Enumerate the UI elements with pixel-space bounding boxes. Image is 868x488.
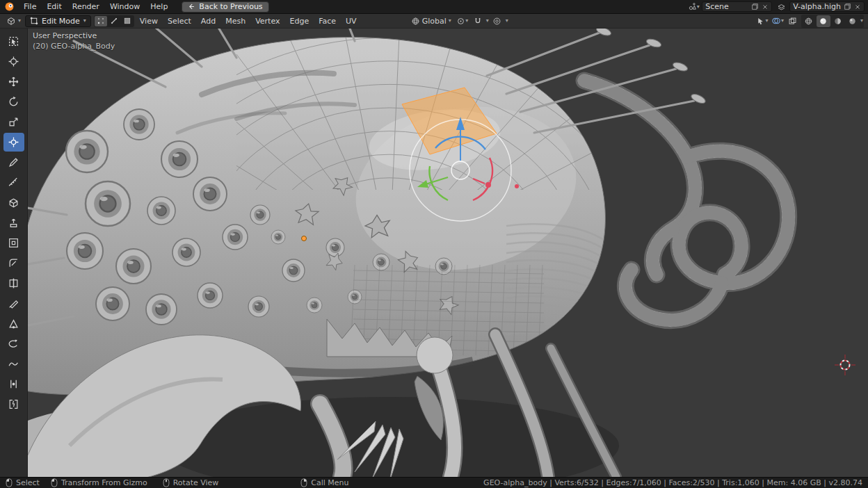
bevel-icon bbox=[8, 257, 19, 269]
unlink-scene-icon[interactable] bbox=[762, 3, 769, 10]
viewport[interactable]: User Perspective (20) GEO-alpha_Body bbox=[28, 29, 868, 477]
edit-mode-icon bbox=[30, 17, 38, 25]
shading-rendered-button[interactable] bbox=[846, 15, 860, 27]
tool-scale[interactable] bbox=[3, 113, 24, 131]
tool-add-cube[interactable] bbox=[3, 193, 24, 212]
mode-label: Edit Mode bbox=[42, 17, 80, 26]
tool-measure[interactable] bbox=[3, 173, 24, 192]
tool-edge-slide[interactable] bbox=[3, 375, 24, 393]
copy-view-layer-icon[interactable] bbox=[844, 3, 851, 10]
tool-spin[interactable] bbox=[3, 334, 24, 353]
viewport-canvas[interactable] bbox=[28, 29, 868, 477]
tool-bevel[interactable] bbox=[3, 254, 24, 273]
menu-view3d-uv[interactable]: UV bbox=[341, 15, 361, 27]
tool-inset-faces[interactable] bbox=[3, 234, 24, 252]
view-layer-icon bbox=[777, 2, 786, 11]
snap-dropdown-caret[interactable]: ▾ bbox=[486, 18, 489, 24]
menu-view3d-add[interactable]: Add bbox=[197, 15, 220, 27]
spin-icon bbox=[8, 338, 19, 350]
annotate-icon bbox=[8, 156, 19, 168]
remove-view-layer-icon[interactable] bbox=[854, 3, 861, 10]
view-layer-name: V-alpha.high bbox=[793, 2, 841, 11]
tool-select-box[interactable] bbox=[3, 32, 24, 51]
scene-statistics: GEO-alpha_body | Verts:6/532 | Edges:7/1… bbox=[483, 478, 862, 487]
scene-name-field[interactable]: Scene bbox=[702, 1, 772, 12]
menu-edit[interactable]: Edit bbox=[42, 1, 66, 13]
snap-toggle[interactable] bbox=[471, 15, 485, 27]
overlays-caret: ▾ bbox=[781, 18, 784, 24]
tool-extrude-region[interactable] bbox=[3, 213, 24, 232]
face-select-button[interactable] bbox=[121, 16, 134, 26]
gizmo-dropdown[interactable]: ▾ bbox=[755, 15, 769, 27]
inset-faces-icon bbox=[8, 237, 19, 249]
shading-wireframe-button[interactable] bbox=[802, 15, 816, 27]
viewport-header: ▾ Edit Mode ▾ View Select Add Mesh Verte… bbox=[0, 14, 868, 29]
menu-render[interactable]: Render bbox=[67, 1, 104, 13]
menu-window[interactable]: Window bbox=[105, 1, 145, 13]
menu-view3d-vertex[interactable]: Vertex bbox=[251, 15, 284, 27]
view-layer-selector: V-alpha.high bbox=[774, 1, 865, 13]
menu-help[interactable]: Help bbox=[145, 1, 172, 13]
pivot-point-dropdown[interactable]: ▾ bbox=[456, 15, 469, 27]
xray-toggle[interactable] bbox=[786, 15, 800, 27]
tool-rotate[interactable] bbox=[3, 92, 24, 111]
select-box-icon bbox=[8, 35, 19, 47]
select-mode-buttons bbox=[94, 15, 134, 27]
menu-view3d-view[interactable]: View bbox=[136, 15, 162, 27]
view-layer-name-field[interactable]: V-alpha.high bbox=[789, 1, 865, 12]
vertex-select-button[interactable] bbox=[95, 16, 107, 26]
tool-poly-build[interactable] bbox=[3, 314, 24, 333]
menu-view3d-edge[interactable]: Edge bbox=[285, 15, 313, 27]
shading-mode-group: ▾ bbox=[801, 15, 864, 28]
solid-shading-icon bbox=[819, 17, 828, 26]
gizmo-x-handle[interactable] bbox=[485, 182, 491, 188]
tool-smooth[interactable] bbox=[3, 355, 24, 373]
back-to-previous-button[interactable]: Back to Previous bbox=[182, 1, 268, 13]
shading-dropdown-caret[interactable]: ▾ bbox=[860, 18, 863, 24]
left-mouse-drag-icon bbox=[51, 478, 58, 487]
editor-type-button[interactable]: ▾ bbox=[3, 15, 24, 26]
menu-view3d-face[interactable]: Face bbox=[314, 15, 340, 27]
view-layer-browse-button[interactable] bbox=[774, 1, 788, 13]
shading-solid-button[interactable] bbox=[817, 15, 830, 27]
tool-cursor[interactable] bbox=[3, 52, 24, 71]
pivot-point-icon bbox=[456, 17, 465, 26]
overlays-dropdown[interactable]: ▾ bbox=[771, 15, 785, 27]
view-perspective-label: User Perspective bbox=[33, 31, 115, 41]
proportional-dropdown-caret[interactable]: ▾ bbox=[506, 18, 508, 24]
tool-transform[interactable] bbox=[3, 133, 24, 152]
topbar: File Edit Render Window Help Back to Pre… bbox=[0, 0, 868, 14]
orientation-caret: ▾ bbox=[449, 18, 451, 24]
rip-region-icon bbox=[8, 398, 19, 410]
blender-logo[interactable] bbox=[4, 1, 15, 13]
hint-select: Select bbox=[6, 478, 40, 487]
hint-select-label: Select bbox=[16, 478, 40, 487]
scene-icon bbox=[688, 2, 697, 11]
tool-rip-region[interactable] bbox=[3, 395, 24, 414]
measure-icon bbox=[8, 177, 19, 188]
tool-knife[interactable] bbox=[3, 294, 24, 313]
edge-select-button[interactable] bbox=[108, 16, 120, 26]
menu-view3d-select[interactable]: Select bbox=[163, 15, 195, 27]
proportional-edit-icon bbox=[492, 17, 501, 26]
shading-material-button[interactable] bbox=[831, 15, 845, 27]
viewport-header-right: ▾ ▾ bbox=[755, 15, 868, 28]
active-object-label: (20) GEO-alpha_Body bbox=[33, 41, 115, 51]
editor-3d-viewport-icon bbox=[6, 16, 16, 26]
hint-call-menu-label: Call Menu bbox=[311, 478, 348, 487]
back-arrow-icon bbox=[188, 3, 195, 10]
tool-loop-cut[interactable] bbox=[3, 274, 24, 293]
new-scene-icon[interactable] bbox=[751, 3, 759, 10]
orientation-label: Global bbox=[422, 17, 447, 26]
tool-move[interactable] bbox=[3, 72, 24, 91]
vertex-select-icon bbox=[97, 17, 105, 25]
orientation-dropdown[interactable]: Global ▾ bbox=[408, 16, 454, 26]
proportional-edit-toggle[interactable] bbox=[490, 15, 504, 27]
transform-icon bbox=[8, 136, 19, 148]
tool-annotate[interactable] bbox=[3, 153, 24, 172]
menu-view3d-mesh[interactable]: Mesh bbox=[221, 15, 250, 27]
scene-browse-button[interactable]: ▾ bbox=[686, 1, 700, 13]
hint-rotate-label: Rotate View bbox=[173, 478, 219, 487]
menu-file[interactable]: File bbox=[19, 1, 41, 13]
mode-dropdown[interactable]: Edit Mode ▾ bbox=[25, 15, 91, 27]
